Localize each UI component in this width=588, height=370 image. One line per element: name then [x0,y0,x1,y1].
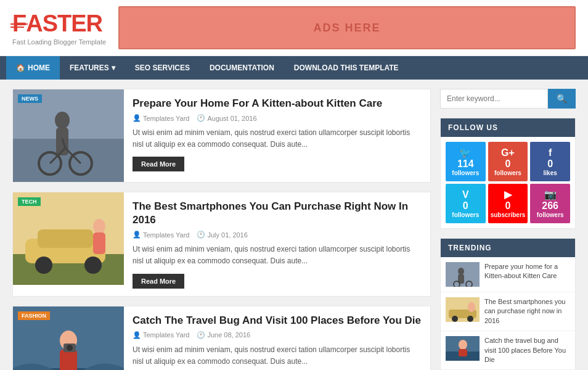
article-card: FASHION Catch The Travel Bug And Visit 1… [12,306,431,370]
twitter-icon: 🐦 [459,147,472,158]
follow-grid: 🐦 114 followers G+ 0 followers f 0 likes… [441,137,575,228]
gplus-icon: G+ [501,147,515,158]
category-badge: FASHION [18,311,50,320]
article-body: Catch The Travel Bug And Visit 100 Place… [124,306,430,370]
trending-title: TRENDING [441,239,575,257]
trending-text: Prepare your home for a Kitten-about Kit… [484,262,570,281]
article-thumbnail: FASHION [13,306,124,370]
svg-point-22 [67,345,73,351]
chevron-down-icon: ▾ [112,64,115,72]
follow-vimeo[interactable]: V 0 followers [446,184,486,223]
svg-point-35 [459,340,467,350]
logo-subtitle: Fast Loading Blogger Template [12,38,106,46]
trending-item[interactable]: Prepare your home for a Kitten-about Kit… [441,257,575,292]
vimeo-count: 0 [463,200,468,212]
header: F ASTER Fast Loading Blogger Template AD… [0,0,588,56]
trending-item[interactable]: The Best smartphones you can purchase ri… [441,292,575,331]
nav-features[interactable]: FEATURES ▾ [60,56,125,80]
gplus-count: 0 [505,158,511,170]
read-more-button[interactable]: Read More [133,274,184,289]
trending-text: Catch the travel bug and visit 100 place… [484,336,570,364]
read-more-button[interactable]: Read More [133,157,184,171]
facebook-count: 0 [547,158,553,170]
article-meta: 👤 Templates Yard 🕐 August 01, 2016 [133,114,422,122]
navbar: 🏠 HOME FEATURES ▾ SEO SERVICES DOCUMENTA… [0,56,588,80]
svg-rect-36 [459,349,467,356]
trending-thumb [446,297,480,322]
svg-rect-12 [38,229,93,248]
article-excerpt: Ut wisi enim ad minim veniam, quis nostr… [133,344,422,368]
svg-point-15 [93,219,105,234]
youtube-icon: ▶ [504,189,512,200]
nav-download[interactable]: DOWNLOAD THIS TEMPLATE [284,56,409,80]
twitter-count: 114 [457,158,474,170]
youtube-count: 0 [505,200,511,212]
sidebar: 🔍 FOLLOW US 🐦 114 followers G+ 0 followe… [440,89,576,370]
trending-thumb [446,262,480,287]
nav-seo[interactable]: SEO SERVICES [125,56,200,80]
trending-thumb [446,336,480,361]
article-body: The Best Smartphones You Can Purchase Ri… [124,192,430,296]
article-date: 🕐 June 08, 2016 [197,331,250,339]
article-title: Prepare Your Home For A Kitten-about Kit… [133,97,422,110]
svg-rect-20 [60,350,77,370]
follow-title: FOLLOW US [441,118,575,137]
follow-youtube[interactable]: ▶ 0 subscribers [488,184,528,223]
trending-image [446,297,480,322]
main-layout: NEWS Prepare Your Home For A Kitten-abou… [0,80,588,370]
svg-rect-16 [93,232,105,254]
trending-image [446,262,480,287]
trending-item[interactable]: Catch the travel bug and visit 100 place… [441,331,575,370]
article-card: NEWS Prepare Your Home For A Kitten-abou… [12,89,431,183]
article-image-svg [13,89,124,182]
article-image-svg [13,192,124,285]
article-excerpt: Ut wisi enim ad minim veniam, quis nostr… [133,127,422,150]
article-body: Prepare Your Home For A Kitten-about Kit… [124,89,430,182]
instagram-icon: 📷 [544,189,557,200]
trending-section: TRENDING Prepare your home for a Kitten-… [440,238,576,370]
logo: F ASTER [12,10,106,37]
article-meta: 👤 Templates Yard 🕐 June 08, 2016 [133,331,422,339]
trending-list: Prepare your home for a Kitten-about Kit… [441,257,575,370]
svg-point-30 [452,316,458,322]
follow-twitter[interactable]: 🐦 114 followers [446,142,486,181]
article-date: 🕐 August 01, 2016 [197,114,256,122]
search-box: 🔍 [440,89,576,109]
search-button[interactable]: 🔍 [548,89,576,109]
article-thumbnail: NEWS [13,89,124,182]
article-card: TECH The Best Smartphones You Can Purcha… [12,192,431,297]
article-meta: 👤 Templates Yard 🕐 July 01, 2016 [133,231,422,239]
article-title: The Best Smartphones You Can Purchase Ri… [133,200,422,227]
svg-point-13 [35,257,52,274]
article-author: 👤 Templates Yard [133,331,189,339]
svg-point-32 [468,302,475,312]
facebook-icon: f [549,147,552,158]
vimeo-icon: V [462,189,469,200]
content-area: NEWS Prepare Your Home For A Kitten-abou… [12,89,431,370]
svg-point-31 [467,316,473,322]
article-excerpt: Ut wisi enim ad minim veniam, quis nostr… [133,244,422,267]
trending-image [446,336,480,361]
trending-text: The Best smartphones you can purchase ri… [484,297,570,326]
article-title: Catch The Travel Bug And Visit 100 Place… [133,314,422,327]
category-badge: TECH [18,197,41,206]
follow-section: FOLLOW US 🐦 114 followers G+ 0 followers… [440,118,576,229]
search-input[interactable] [440,89,548,109]
article-thumbnail: TECH [13,192,124,296]
article-author: 👤 Templates Yard [133,114,189,122]
logo-area: F ASTER Fast Loading Blogger Template [12,10,106,46]
follow-instagram[interactable]: 📷 266 followers [530,184,570,223]
home-icon: 🏠 [16,64,25,72]
svg-point-14 [84,257,102,274]
article-date: 🕐 July 01, 2016 [197,231,247,239]
ads-banner: ADS HERE [118,6,576,49]
nav-home[interactable]: 🏠 HOME [6,56,60,80]
category-badge: NEWS [18,94,42,103]
instagram-count: 266 [542,200,558,212]
svg-point-24 [458,268,464,275]
follow-facebook[interactable]: f 0 likes [530,142,570,181]
follow-gplus[interactable]: G+ 0 followers [488,142,528,181]
article-author: 👤 Templates Yard [133,231,189,239]
svg-point-2 [55,112,70,129]
nav-docs[interactable]: DOCUMENTATION [200,56,284,80]
